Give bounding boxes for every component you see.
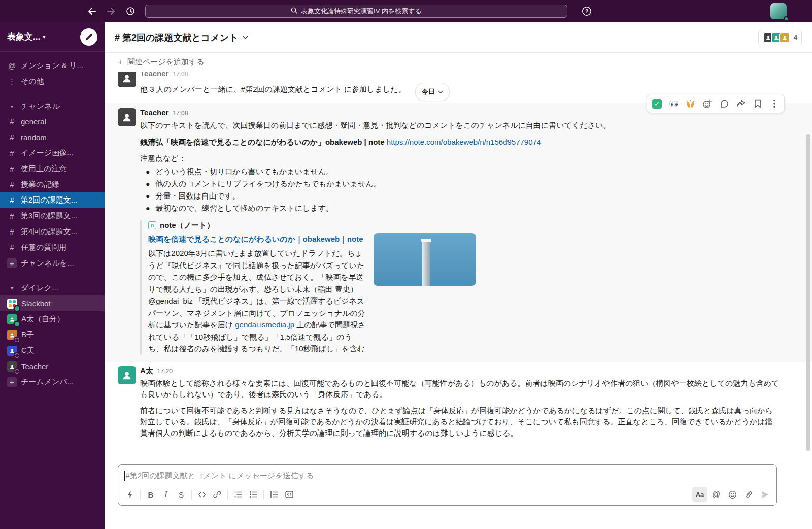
dm-item-c-mi[interactable]: C美 <box>0 343 105 358</box>
more-actions-button[interactable] <box>766 96 783 111</box>
blockquote-icon[interactable] <box>266 487 282 502</box>
attachment-icon[interactable] <box>741 487 756 502</box>
channel-item-assignment-3[interactable]: # 第3回の課題文... <box>0 208 105 224</box>
message-body: Teacher 17:08 以下のテキストを読んで、次回授業日の前日までに感想・… <box>140 108 780 355</box>
member-avatar-b-ko <box>779 32 790 43</box>
teacher-avatar[interactable] <box>118 108 136 126</box>
show-formatting-button[interactable]: Aa <box>692 487 707 502</box>
bullet-text: どういう視点・切り口から書いてもかまいません。 <box>155 166 333 178</box>
author-name[interactable]: Teacher <box>140 108 168 117</box>
strikethrough-icon[interactable]: S <box>174 487 189 502</box>
a-ta-avatar[interactable] <box>118 366 136 384</box>
channel-title-button[interactable]: # 第2回の課題文献とコメント <box>115 31 249 44</box>
dm-label: Slackbot <box>21 299 51 308</box>
message-input[interactable]: #第2回の課題文献とコメント にメッセージを送信する <box>118 465 776 485</box>
add-related-pages-bar[interactable]: + 関連ページを追加する <box>105 53 812 72</box>
channel-label: general <box>21 117 46 126</box>
dms-section-header[interactable]: ▾ ダイレク... <box>0 280 105 295</box>
message-timestamp[interactable]: 17:08 <box>173 110 188 117</box>
attachment-text-column: 映画を倍速で見ることのなにがわるいのか｜obakeweb｜note 以下は202… <box>148 233 366 355</box>
help-icon[interactable]: ? <box>581 5 593 17</box>
dm-label: A太（自分） <box>21 314 64 324</box>
channel-item-assignment-4[interactable]: # 第4回の課題文... <box>0 224 105 240</box>
dm-item-teacher[interactable]: Teacher <box>0 358 105 374</box>
search-input[interactable]: 表象文化論特殊研究演習IV 内を検索する <box>145 5 567 18</box>
attachment-title-link[interactable]: 映画を倍速で見ることのなにがわるいのか｜obakeweb｜note <box>148 233 366 245</box>
notes-label: 注意点など： <box>140 153 780 164</box>
channel-header: # 第2回の課題文献とコメント 4 <box>105 22 812 53</box>
dms-section-label: ダイレク... <box>21 283 58 293</box>
reaction-raised-hands-button[interactable] <box>682 96 699 111</box>
channels-section-header[interactable]: ▾ チャンネル <box>0 98 105 114</box>
user-avatar[interactable] <box>770 3 787 19</box>
a-ta-message: A太 17:20 映画体験として総称される様々な要素には、回復可能であるものと回… <box>105 362 812 443</box>
attachment-content: n note（ノート） 映画を倍速で見ることのなにがわるいのか｜obakeweb… <box>148 220 476 355</box>
member-list-button[interactable]: 4 <box>758 30 802 45</box>
channel-item-general[interactable]: # general <box>0 114 105 129</box>
citation-url-link[interactable]: https://note.com/obakeweb/n/n156d9577907… <box>387 138 541 146</box>
message-timestamp[interactable]: 17:08 <box>173 72 188 78</box>
back-arrow-icon[interactable] <box>86 6 97 17</box>
save-for-later-button[interactable] <box>749 96 766 111</box>
add-teammates-button[interactable]: + チームメンバ... <box>0 374 105 390</box>
attachment-thumbnail-image[interactable] <box>374 233 476 286</box>
add-reaction-button[interactable] <box>699 96 716 111</box>
channel-label: 使用上の注意 <box>21 164 66 174</box>
channel-item-assignment-2[interactable]: # 第2回の課題文... <box>0 192 105 208</box>
reaction-white-check-mark-button[interactable]: ✓ <box>649 96 665 111</box>
share-message-button[interactable] <box>732 96 749 111</box>
author-name[interactable]: Teacher <box>140 72 168 78</box>
teacher-avatar[interactable] <box>118 72 136 87</box>
message-timestamp[interactable]: 17:20 <box>157 368 173 375</box>
channel-item-questions[interactable]: # 任意の質問用 <box>0 240 105 255</box>
message-header: Teacher 17:08 <box>140 72 780 79</box>
dm-item-b-ko[interactable]: B子 <box>0 327 105 343</box>
dm-label: B子 <box>21 330 34 340</box>
gendai-ismedia-link[interactable]: gendai.ismedia.jp <box>235 320 294 329</box>
add-related-pages-label: 関連ページを追加する <box>127 57 205 67</box>
bullet-icon: ● <box>146 190 150 202</box>
bulleted-list-icon[interactable] <box>246 487 261 502</box>
channel-item-class-records[interactable]: # 授業の記録 <box>0 177 105 192</box>
slack-logo-icon <box>9 300 16 307</box>
kebab-icon <box>770 99 779 108</box>
code-icon[interactable] <box>194 487 210 502</box>
italic-icon[interactable]: I <box>158 487 174 502</box>
channel-item-random[interactable]: # random <box>0 129 105 145</box>
channel-item-usage-notes[interactable]: # 使用上の注意 <box>0 161 105 177</box>
dm-item-slackbot[interactable]: Slackbot <box>0 295 105 311</box>
chevron-down-icon <box>242 35 249 40</box>
toolbar-divider <box>227 490 228 499</box>
text-cursor <box>124 471 125 481</box>
author-name[interactable]: A太 <box>140 366 153 376</box>
bullet-text: 他の人のコメントにリプライをつけるかたちでもかまいません。 <box>155 178 381 190</box>
note-service-icon: n <box>148 221 156 229</box>
channel-item-image[interactable]: # イメージ画像... <box>0 145 105 161</box>
new-message-button[interactable] <box>80 28 97 46</box>
vertical-scrollbar[interactable] <box>806 134 810 451</box>
history-clock-icon[interactable] <box>125 6 136 17</box>
ordered-list-icon[interactable]: 12 <box>230 487 246 502</box>
code-block-icon[interactable] <box>282 487 297 502</box>
presence-dot <box>15 338 19 342</box>
reply-in-thread-button[interactable] <box>716 96 732 111</box>
date-divider-pill[interactable]: 今日 <box>415 83 450 101</box>
forward-arrow-icon[interactable] <box>106 6 117 17</box>
sidebar-item-more[interactable]: ⋮ その他 <box>0 74 105 89</box>
mention-icon[interactable]: @ <box>708 487 724 502</box>
presence-dot <box>15 322 19 326</box>
dm-item-a-ta-self[interactable]: A太（自分） <box>0 311 105 327</box>
channel-label: random <box>21 133 47 142</box>
add-channel-button[interactable]: + チャンネルを... <box>0 255 105 271</box>
bold-icon[interactable]: B <box>143 487 158 502</box>
message-paragraph: 映画体験として総称される様々な要素には、回復可能であるものと回復不可能な（可能性… <box>140 378 780 400</box>
reaction-eyes-button[interactable] <box>665 96 682 111</box>
shortcuts-lightning-icon[interactable] <box>122 487 138 502</box>
link-icon[interactable] <box>210 487 225 502</box>
svg-text:?: ? <box>585 9 588 14</box>
send-icon[interactable] <box>757 487 772 502</box>
workspace-header[interactable]: 表象文... ▾ <box>0 22 105 52</box>
sidebar-item-mentions[interactable]: @ メンション & リ... <box>0 58 105 74</box>
add-teammates-label: チームメンバ... <box>21 377 74 387</box>
emoji-icon[interactable] <box>725 487 740 502</box>
